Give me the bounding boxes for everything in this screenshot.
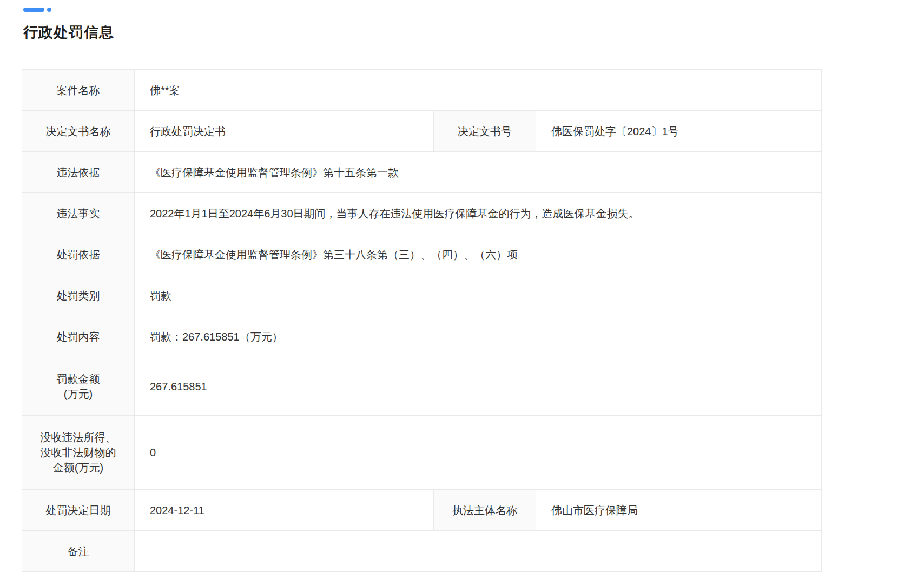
table-row-fine-amount: 罚款金额 (万元) 267.615851 [22, 357, 822, 416]
decision-doc-name-label: 决定文书名称 [22, 111, 135, 152]
penalty-basis-value: 《医疗保障基金使用监督管理条例》第三十八条第（三）、（四）、（六）项 [135, 234, 822, 275]
table-row-remarks: 备注 [22, 531, 822, 572]
fine-amount-label: 罚款金额 (万元) [22, 357, 135, 416]
decision-date-value: 2024-12-11 [135, 490, 434, 531]
confiscation-amount-value: 0 [135, 416, 822, 490]
fine-amount-value: 267.615851 [135, 357, 822, 416]
violation-basis-value: 《医疗保障基金使用监督管理条例》第十五条第一款 [135, 152, 822, 193]
page: 行政处罚信息 案件名称 佛**案 决定文书名称 行政处罚决定书 决定文书号 佛医… [0, 0, 924, 572]
violation-basis-label: 违法依据 [22, 152, 135, 193]
enforcement-agency-value: 佛山市医疗保障局 [536, 490, 822, 531]
table-row-penalty-content: 处罚内容 罚款：267.615851（万元） [22, 316, 822, 357]
violation-facts-label: 违法事实 [22, 193, 135, 234]
page-title: 行政处罚信息 [23, 24, 924, 42]
table-row-decision-document: 决定文书名称 行政处罚决定书 决定文书号 佛医保罚处字〔2024〕1号 [22, 111, 822, 152]
penalty-category-value: 罚款 [135, 275, 822, 316]
table-row-penalty-category: 处罚类别 罚款 [22, 275, 822, 316]
remarks-value [135, 531, 822, 572]
penalty-category-label: 处罚类别 [22, 275, 135, 316]
penalty-basis-label: 处罚依据 [22, 234, 135, 275]
table-row-penalty-basis: 处罚依据 《医疗保障基金使用监督管理条例》第三十八条第（三）、（四）、（六）项 [22, 234, 822, 275]
decision-doc-number-label: 决定文书号 [434, 111, 536, 152]
penalty-content-label: 处罚内容 [22, 316, 135, 357]
decision-doc-number-value: 佛医保罚处字〔2024〕1号 [536, 111, 822, 152]
title-decoration [23, 8, 924, 12]
confiscation-amount-label: 没收违法所得、 没收非法财物的 金额(万元) [22, 416, 135, 490]
enforcement-agency-label: 执法主体名称 [434, 490, 536, 531]
case-name-label: 案件名称 [22, 70, 135, 111]
remarks-label: 备注 [22, 531, 135, 572]
decoration-dash [23, 8, 44, 12]
table-row-violation-facts: 违法事实 2022年1月1日至2024年6月30日期间，当事人存在违法使用医疗保… [22, 193, 822, 234]
table-row-confiscation-amount: 没收违法所得、 没收非法财物的 金额(万元) 0 [22, 416, 822, 490]
table-row-violation-basis: 违法依据 《医疗保障基金使用监督管理条例》第十五条第一款 [22, 152, 822, 193]
violation-facts-value: 2022年1月1日至2024年6月30日期间，当事人存在违法使用医疗保障基金的行… [135, 193, 822, 234]
penalty-info-table: 案件名称 佛**案 决定文书名称 行政处罚决定书 决定文书号 佛医保罚处字〔20… [22, 69, 822, 572]
table-row-decision-date: 处罚决定日期 2024-12-11 执法主体名称 佛山市医疗保障局 [22, 490, 822, 531]
penalty-content-value: 罚款：267.615851（万元） [135, 316, 822, 357]
table-row-case-name: 案件名称 佛**案 [22, 70, 822, 111]
decision-date-label: 处罚决定日期 [22, 490, 135, 531]
case-name-value: 佛**案 [135, 70, 822, 111]
decoration-dot [47, 8, 51, 12]
decision-doc-name-value: 行政处罚决定书 [135, 111, 434, 152]
